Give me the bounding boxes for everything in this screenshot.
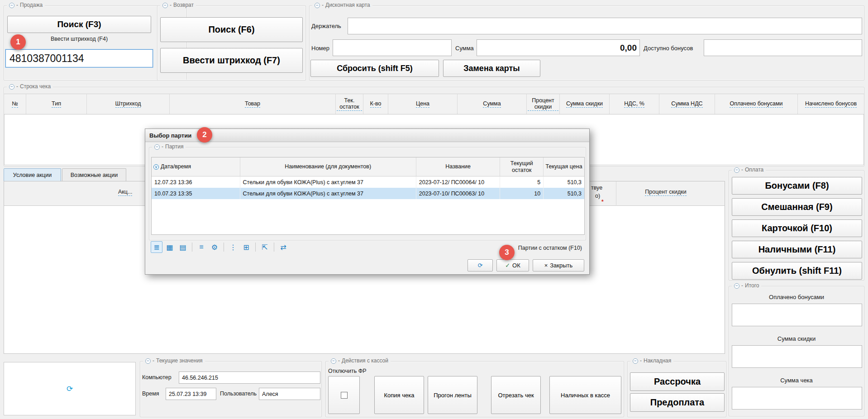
batch-refresh-button[interactable]: ⟳ [467,259,493,271]
title-dash [338,357,340,364]
invoice-group-label: Накладная [644,357,671,364]
batch-col-datetime[interactable]: ∨ Дата/время [152,157,240,176]
card-sum-input[interactable] [477,39,640,56]
computer-input[interactable] [179,371,320,384]
tab-possible-promos[interactable]: Возможные акции [62,168,126,181]
available-bonuses-input[interactable] [704,39,862,56]
receipt-col-type[interactable]: Тип [26,94,87,114]
receipt-col-sum-label: Сумма [483,100,501,108]
collapse-icon[interactable]: − [9,3,14,8]
paid-bonuses-input[interactable] [732,304,862,326]
prepayment-button[interactable]: Предоплата [630,393,725,412]
receipt-col-number[interactable]: № [4,94,26,114]
settings-gear-icon[interactable]: ⚙ [209,241,220,253]
batch-col-doc-name[interactable]: Наименование (для документов) [240,157,416,176]
card-sum-label: Сумма [455,45,474,52]
return-search-button[interactable]: Поиск (F6) [160,17,303,42]
batch-cell-current-stock: 5 [500,176,544,188]
pay-bonuses-button[interactable]: Бонусами (F8) [732,177,862,195]
collapse-icon[interactable]: − [633,358,638,364]
sale-barcode-input[interactable] [5,49,153,67]
discount-sum-input[interactable] [732,345,862,368]
collapse-icon[interactable]: − [734,283,739,289]
tab-promo-conditions[interactable]: Условие акции [4,168,61,181]
promo-col-fragment-top: твуе [591,185,602,191]
batch-row-selected[interactable]: 10.07.23 13:35 Стельки для обуви КОЖА(Pl… [152,188,584,199]
card-reset-button[interactable]: Сбросить (shift F5) [310,60,439,77]
add-list-icon[interactable]: ⊞ [240,241,252,253]
collapse-icon[interactable]: − [331,358,336,364]
receipt-col-accrued-bonuses[interactable]: Начислено бонусов [798,94,864,114]
receipt-copy-button[interactable]: Копия чека [374,376,424,414]
holder-input[interactable] [348,18,862,34]
title-dash [16,83,18,90]
collapse-icon[interactable]: − [162,3,168,8]
user-input[interactable] [259,388,320,400]
receipt-col-price[interactable]: Цена [388,94,458,114]
receipt-col-barcode[interactable]: Штрихкод [87,94,170,114]
disable-fr-checkbox[interactable] [341,392,348,399]
numbered-list-icon[interactable]: ⋮ [227,241,239,253]
return-group: − Возврат Поиск (F6) Ввести штрихкод (F7… [157,5,306,81]
export-icon[interactable]: ⇱ [259,241,271,253]
receipt-col-qty[interactable]: К-во [363,94,388,114]
card-number-input[interactable] [333,39,452,56]
sale-barcode-label: Ввести штрихкод (F4) [4,36,154,42]
receipt-col-discount-sum[interactable]: Сумма скидки [560,94,610,114]
promo-col-action[interactable]: Акц... [118,189,132,195]
stock-filter-label[interactable]: Партии с остатком (F10) [518,245,582,251]
promo-col-action-label: Акц... [118,189,132,196]
collapse-icon[interactable]: − [734,167,739,173]
refresh-icon: ⟳ [478,262,483,269]
collapse-icon[interactable]: − [145,358,151,364]
collapse-icon[interactable]: − [9,84,14,90]
pay-mixed-button[interactable]: Смешанная (F9) [732,198,862,216]
batch-col-current-price[interactable]: Текущая цена [544,157,584,176]
ok-button[interactable]: ✓ ОК [496,259,529,271]
batch-col-current-stock[interactable]: Текущий остаток [500,157,544,176]
collapse-icon[interactable]: − [154,144,160,150]
cut-receipt-button[interactable]: Отрезать чек [491,376,541,414]
reload-icon[interactable]: ⇄ [277,241,289,253]
receipt-col-paid-bonuses[interactable]: Оплачено бонусами [715,94,798,114]
batch-col-title[interactable]: Название [416,157,501,176]
pay-reset-button[interactable]: Обнулить (shift F11) [732,262,862,280]
batch-cell-datetime: 10.07.23 13:35 [152,188,240,199]
promo-col-discount-percent[interactable]: Процент скидки [625,189,706,195]
receipt-col-vat-percent[interactable]: НДС, % [610,94,659,114]
toolbar-separator [274,243,274,252]
disable-fr-checkbox-button[interactable] [328,376,360,414]
cash-in-register-button[interactable]: Наличных в кассе [549,376,621,414]
list-view-icon[interactable]: ≣ [151,241,162,253]
refresh-icon[interactable]: ⟳ [4,362,135,415]
current-values-group-label: Текущие значения [156,357,203,364]
close-button[interactable]: × Закрыть [533,259,584,271]
cash-actions-group-label: Действия с кассой [342,357,388,364]
sort-filter-icon[interactable]: ≡ [196,241,207,253]
grid-view-icon[interactable]: ▦ [164,241,176,253]
totals-group: − Итого Оплачено бонусами Сумма скидки С… [729,286,864,416]
card-replace-button[interactable]: Замена карты [443,60,540,77]
tape-feed-button[interactable]: Прогон ленты [428,376,477,414]
calendar-icon[interactable]: ▤ [177,241,189,253]
pay-card-button[interactable]: Карточкой (F10) [732,219,862,237]
batch-dialog-title: Выбор партии [149,132,191,139]
receipt-col-current-stock[interactable]: Тек. остаток [336,94,363,114]
receipt-col-discount-percent[interactable]: Процент скидки [527,94,560,114]
batch-row[interactable]: 12.07.23 13:36 Стельки для обуви КОЖА(Pl… [152,176,584,188]
pay-cash-button[interactable]: Наличными (F11) [732,241,862,258]
receipt-table-header: № Тип Штрихкод Товар Тек. остаток К-во Ц… [4,94,864,114]
receipt-col-sum[interactable]: Сумма [458,94,527,114]
sort-icon[interactable]: ∨ [153,164,159,170]
receipt-sum-input[interactable] [732,387,862,409]
time-input[interactable] [166,388,216,400]
refresh-panel: ⟳ [4,362,136,415]
batch-cell-doc-name: Стельки для обуви КОЖА(Plus) с акт.углем… [240,188,416,199]
receipt-col-price-label: Цена [416,100,429,108]
return-barcode-button[interactable]: Ввести штрихкод (F7) [160,48,303,73]
collapse-icon[interactable]: − [315,3,320,8]
installment-button[interactable]: Рассрочка [630,372,725,391]
receipt-col-vat-sum[interactable]: Сумма НДС [659,94,715,114]
receipt-col-product[interactable]: Товар [170,94,336,114]
sale-search-button[interactable]: Поиск (F3) [7,16,151,33]
